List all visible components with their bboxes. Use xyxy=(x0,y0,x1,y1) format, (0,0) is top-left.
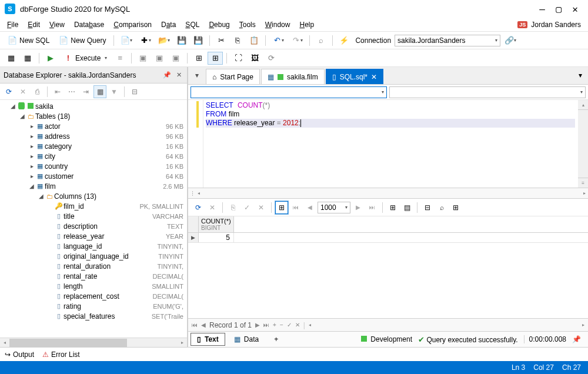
res-first-button[interactable]: ⏮ xyxy=(289,201,302,214)
editor-splitter[interactable]: ⸽◂▸ xyxy=(188,188,588,199)
tree-column-node[interactable]: ▯titleVARCHAR xyxy=(0,211,187,221)
new-item-button[interactable]: ✚▾ xyxy=(136,34,154,47)
res-btn-1[interactable]: ⎘ xyxy=(226,201,239,214)
rec-last[interactable]: ⏭ xyxy=(263,322,269,328)
nav-btn-3[interactable]: ⋯ xyxy=(65,85,78,98)
menu-file[interactable]: File xyxy=(2,19,23,30)
tool-btn-8[interactable]: ⛶ xyxy=(230,52,246,65)
nav-btn-1[interactable]: ⎙ xyxy=(31,85,44,98)
run-button[interactable]: ▶ xyxy=(43,52,58,65)
new-query-button[interactable]: 📄New Query xyxy=(55,34,110,47)
tool-btn-9[interactable]: 🖼 xyxy=(247,52,262,65)
tree-table-node[interactable]: ▸▦customer64 KB xyxy=(0,171,187,181)
tab-data-view[interactable]: ▦ Data xyxy=(228,333,265,346)
res-view-4[interactable]: ⌕ xyxy=(435,201,448,214)
redo-button[interactable]: ↷▾ xyxy=(288,34,306,47)
rec-del[interactable]: − xyxy=(280,322,283,328)
tab-overflow-button[interactable]: ▾ xyxy=(575,69,586,82)
tab-nav-button[interactable]: ▾ xyxy=(192,69,202,82)
menu-help[interactable]: Help xyxy=(295,19,319,30)
delete-button[interactable]: ✕ xyxy=(16,85,29,98)
nav-btn-2[interactable]: ⇤ xyxy=(51,85,64,98)
tree-tables-node[interactable]: ◢ 🗀 Tables (18) xyxy=(0,111,187,121)
save-button[interactable]: 💾 xyxy=(174,34,189,47)
tool-btn-4[interactable]: ▣ xyxy=(152,52,167,65)
new-sql-button[interactable]: 📄New SQL xyxy=(4,34,54,47)
menu-sql[interactable]: SQL xyxy=(181,19,204,30)
explorer-h-scrollbar[interactable]: ◂ ▸ xyxy=(0,338,187,347)
res-view-2[interactable]: ▤ xyxy=(400,201,413,214)
tool-btn-7[interactable]: ⊞ xyxy=(208,52,223,65)
page-size-combo[interactable]: 1000▾ xyxy=(318,202,350,213)
menu-edit[interactable]: Edit xyxy=(23,19,45,30)
tree-column-node[interactable]: 🔑film_idPK, SMALLINT xyxy=(0,201,187,211)
status-pin-icon[interactable]: 📌 xyxy=(572,335,581,343)
pin-button[interactable]: 📌 xyxy=(162,71,172,80)
menu-window[interactable]: Window xyxy=(260,19,295,30)
output-tab[interactable]: ↪ Output xyxy=(5,350,34,359)
tab-sql[interactable]: ▯ SQL.sql* ✕ xyxy=(326,69,383,84)
connection-extra-button[interactable]: 🔗▾ xyxy=(502,34,519,47)
res-btn-3[interactable]: ✕ xyxy=(255,201,268,214)
stop-button[interactable]: ≡ xyxy=(112,52,128,65)
rec-add[interactable]: + xyxy=(273,322,276,328)
sql-editor[interactable]: SELECT COUNT(*) FROM film WHERE release_… xyxy=(188,100,588,188)
res-prev-button[interactable]: ◀ xyxy=(303,201,316,214)
nav-btn-4[interactable]: ⇥ xyxy=(79,85,92,98)
menu-database[interactable]: Database xyxy=(69,19,109,30)
tree-column-node[interactable]: ▯ratingENUM('G', xyxy=(0,301,187,311)
results-grid[interactable]: COUNT(*) BIGINT ▶ 5 xyxy=(188,216,588,318)
res-next-button[interactable]: ▶ xyxy=(352,201,365,214)
tab-sakila-film[interactable]: ▦ sakila.film xyxy=(261,69,325,84)
tree-table-node[interactable]: ▸▦category16 KB xyxy=(0,141,187,151)
tree-column-node[interactable]: ▯lengthSMALLINT xyxy=(0,281,187,291)
editor-v-scrollbar[interactable]: ▴≡ xyxy=(578,100,588,188)
minimize-button[interactable]: — xyxy=(534,1,550,17)
tab-start-page[interactable]: ⌂ Start Page xyxy=(206,69,260,84)
tree-table-node[interactable]: ▸▦address96 KB xyxy=(0,131,187,141)
paste-button[interactable]: 📋 xyxy=(246,34,262,47)
error-list-tab[interactable]: ⚠ Error List xyxy=(42,350,80,359)
close-button[interactable]: ✕ xyxy=(567,1,583,17)
res-cancel-button[interactable]: ✕ xyxy=(206,201,219,214)
tree-column-node[interactable]: ▯descriptionTEXT xyxy=(0,221,187,231)
panel-close-button[interactable]: ✕ xyxy=(174,71,183,80)
tool-btn-3[interactable]: ▣ xyxy=(135,52,151,65)
object-combo[interactable]: ▾ xyxy=(389,86,586,98)
menu-debug[interactable]: Debug xyxy=(204,19,234,30)
tree-column-node[interactable]: ▯language_idTINYINT, xyxy=(0,241,187,251)
tab-close-button[interactable]: ✕ xyxy=(371,73,377,81)
tool-btn-6[interactable]: ⊞ xyxy=(191,52,206,65)
cut-button[interactable]: ✂ xyxy=(213,34,229,47)
result-row[interactable]: ▶ 5 xyxy=(188,233,588,243)
tree-table-node[interactable]: ◢▦film2.6 MB xyxy=(0,181,187,191)
res-refresh-button[interactable]: ⟳ xyxy=(192,201,205,214)
tool-btn-1[interactable]: ▦ xyxy=(4,52,19,65)
res-view-5[interactable]: ⊞ xyxy=(449,201,462,214)
tree-table-node[interactable]: ▸▦country16 KB xyxy=(0,161,187,171)
refresh-button[interactable]: ⟳ xyxy=(2,85,15,98)
tree-column-node[interactable]: ▯original_language_idTINYINT xyxy=(0,251,187,261)
rec-ok[interactable]: ✓ xyxy=(287,322,292,328)
tree-column-node[interactable]: ▯replacement_costDECIMAL( xyxy=(0,291,187,301)
res-view-1[interactable]: ⊞ xyxy=(386,201,399,214)
tool-btn-5[interactable]: ▣ xyxy=(168,52,183,65)
column-header[interactable]: COUNT(*) BIGINT xyxy=(199,216,234,232)
res-view-3[interactable]: ⊟ xyxy=(421,201,434,214)
res-grid-mode-button[interactable]: ⊞ xyxy=(275,201,288,214)
res-last-button[interactable]: ⏭ xyxy=(366,201,379,214)
connection-combo[interactable]: sakila.JordanSanders ▾ xyxy=(395,35,500,46)
rec-next[interactable]: ▶ xyxy=(255,322,260,328)
menu-comparison[interactable]: Comparison xyxy=(109,19,156,30)
tab-add[interactable]: + xyxy=(268,333,285,346)
explorer-tree[interactable]: ◢ sakila ◢ 🗀 Tables (18) ▸▦actor96 KB▸▦a… xyxy=(0,100,187,347)
menu-data[interactable]: Data xyxy=(156,19,181,30)
tree-column-node[interactable]: ▯rental_durationTINYINT, xyxy=(0,261,187,271)
connection-icon-button[interactable]: ⚡ xyxy=(336,34,352,47)
menu-tools[interactable]: Tools xyxy=(235,19,260,30)
new-file-button[interactable]: 📄▾ xyxy=(118,34,135,47)
save-all-button[interactable]: 💾 xyxy=(191,34,206,47)
rec-no[interactable]: ✕ xyxy=(295,322,300,328)
sql-code[interactable]: SELECT COUNT(*) FROM film WHERE release_… xyxy=(203,100,577,188)
tool-btn-10[interactable]: ⟳ xyxy=(263,52,279,65)
